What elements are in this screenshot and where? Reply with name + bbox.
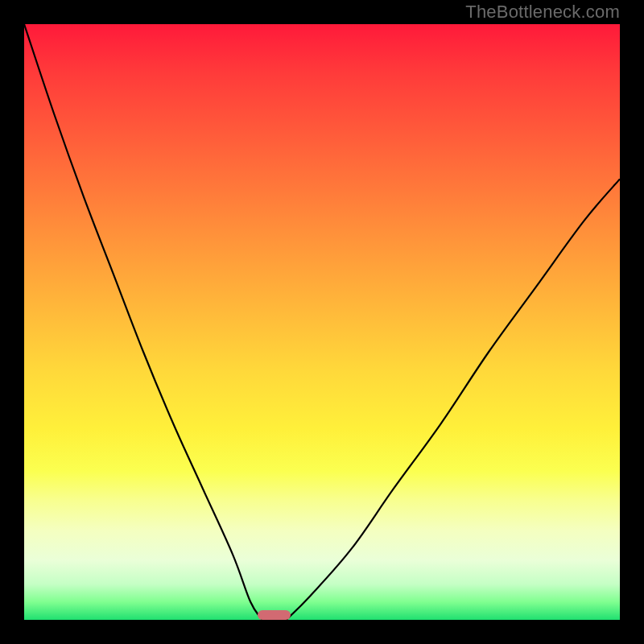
minimum-marker xyxy=(258,610,291,620)
curve-left-branch xyxy=(24,24,262,620)
curve-right-branch xyxy=(287,179,620,620)
bottleneck-curve xyxy=(24,24,620,620)
watermark-text: TheBottleneck.com xyxy=(465,2,620,23)
outer-frame: TheBottleneck.com xyxy=(0,0,644,644)
